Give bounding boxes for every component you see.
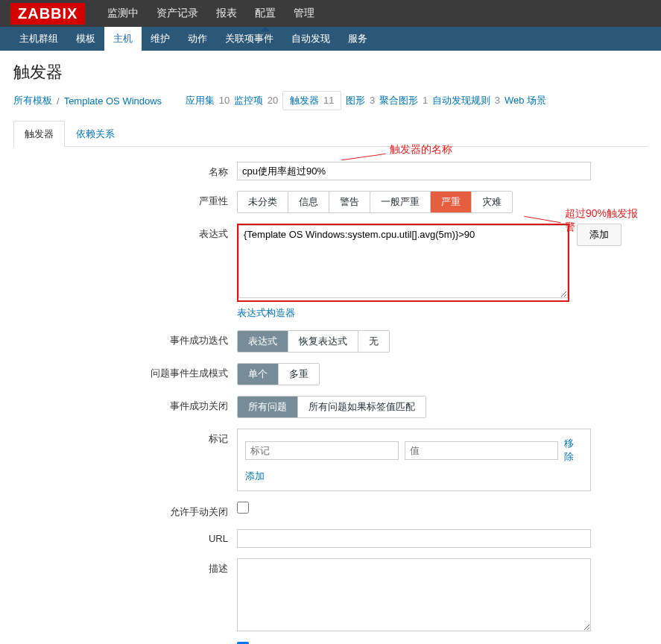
submenu-discovery[interactable]: 自动发现: [282, 27, 339, 51]
topmenu-reports[interactable]: 报表: [207, 0, 246, 27]
breadcrumb-separator: /: [57, 95, 60, 107]
breadcrumb-items[interactable]: 监控项 20: [234, 94, 278, 107]
name-label: 名称: [13, 162, 237, 179]
ok-iter-recovery[interactable]: 恢复表达式: [288, 331, 358, 352]
breadcrumb-graphs[interactable]: 图形 3: [346, 94, 375, 107]
topmenu-administration[interactable]: 管理: [285, 0, 323, 27]
description-textarea[interactable]: [237, 558, 591, 631]
problem-mode-group: 单个 多重: [237, 363, 320, 385]
breadcrumb-triggers[interactable]: 触发器 11: [282, 91, 341, 110]
severity-group: 未分类 信息 警告 一般严重 严重 灾难: [237, 191, 513, 213]
url-label: URL: [13, 529, 237, 544]
top-menu: 监测中 资产记录 报表 配置 管理: [98, 0, 323, 27]
top-nav-bar: ZABBIX 监测中 资产记录 报表 配置 管理: [0, 0, 661, 27]
severity-label: 严重性: [13, 191, 237, 208]
severity-average[interactable]: 一般严重: [370, 192, 431, 212]
topmenu-configuration[interactable]: 配置: [246, 0, 285, 27]
tab-trigger[interactable]: 触发器: [13, 121, 65, 147]
submenu-maintenance[interactable]: 维护: [142, 27, 179, 51]
topmenu-monitoring[interactable]: 监测中: [98, 0, 148, 27]
manual-close-label: 允许手动关闭: [13, 502, 237, 519]
tab-bar: 触发器 依赖关系: [13, 121, 648, 147]
ok-iteration-group: 表达式 恢复表达式 无: [237, 330, 390, 353]
topmenu-inventory[interactable]: 资产记录: [148, 0, 207, 27]
submenu-templates[interactable]: 模板: [67, 27, 104, 51]
expression-add-button[interactable]: 添加: [577, 224, 622, 246]
submenu-hostgroups[interactable]: 主机群组: [10, 27, 67, 51]
manual-close-checkbox[interactable]: [237, 502, 249, 514]
ok-iter-none[interactable]: 无: [358, 331, 389, 352]
page-title: 触发器: [0, 51, 661, 91]
expression-label: 表达式: [13, 224, 237, 241]
problem-mode-single[interactable]: 单个: [238, 364, 279, 385]
breadcrumb-template-name[interactable]: Template OS Windows: [64, 95, 162, 107]
ok-close-group: 所有问题 所有问题如果标签值匹配: [237, 396, 426, 418]
breadcrumb-applications[interactable]: 应用集 10: [186, 94, 230, 107]
severity-notclassified[interactable]: 未分类: [238, 192, 288, 212]
sub-nav-bar: 主机群组 模板 主机 维护 动作 关联项事件 自动发现 服务: [0, 27, 661, 51]
breadcrumb-web[interactable]: Web 场景: [505, 94, 546, 107]
breadcrumb-all-templates[interactable]: 所有模板: [13, 94, 52, 107]
description-label: 描述: [13, 558, 237, 575]
submenu-services[interactable]: 服务: [339, 27, 376, 51]
ok-close-tagmatch[interactable]: 所有问题如果标签值匹配: [298, 397, 426, 417]
severity-disaster[interactable]: 灾难: [472, 192, 512, 212]
severity-high[interactable]: 严重: [431, 192, 472, 212]
url-input[interactable]: [237, 529, 591, 548]
breadcrumb-discovery-rules[interactable]: 自动发现规则 3: [432, 94, 500, 107]
tags-box: 移除 添加: [237, 429, 591, 491]
problem-mode-label: 问题事件生成模式: [13, 363, 237, 380]
tags-label: 标记: [13, 429, 237, 446]
breadcrumb: 所有模板 / Template OS Windows 应用集 10 监控项 20…: [0, 91, 661, 116]
ok-close-label: 事件成功关闭: [13, 396, 237, 413]
tag-value-input[interactable]: [405, 441, 558, 460]
severity-information[interactable]: 信息: [288, 192, 329, 212]
severity-warning[interactable]: 警告: [329, 192, 370, 212]
tag-add-link[interactable]: 添加: [245, 470, 265, 482]
submenu-correlation[interactable]: 关联项事件: [216, 27, 282, 51]
trigger-form: 名称 触发器的名称 严重性 未分类 信息 警告 一般严重 严重 灾难 表达式 超…: [0, 147, 661, 644]
tag-remove-link[interactable]: 移除: [564, 437, 583, 464]
name-input[interactable]: [237, 162, 591, 180]
tag-name-input[interactable]: [245, 441, 399, 460]
ok-close-all[interactable]: 所有问题: [238, 397, 298, 417]
problem-mode-multiple[interactable]: 多重: [279, 364, 319, 385]
zabbix-logo: ZABBIX: [10, 3, 85, 25]
submenu-actions[interactable]: 动作: [179, 27, 216, 51]
breadcrumb-screens[interactable]: 聚合图形 1: [379, 94, 428, 107]
tab-dependencies[interactable]: 依赖关系: [65, 121, 126, 147]
expression-constructor-link[interactable]: 表达式构造器: [237, 306, 622, 320]
submenu-hosts[interactable]: 主机: [104, 27, 142, 51]
expression-textarea[interactable]: [238, 225, 568, 298]
ok-iter-expression[interactable]: 表达式: [238, 331, 288, 352]
ok-iteration-label: 事件成功迭代: [13, 330, 237, 347]
